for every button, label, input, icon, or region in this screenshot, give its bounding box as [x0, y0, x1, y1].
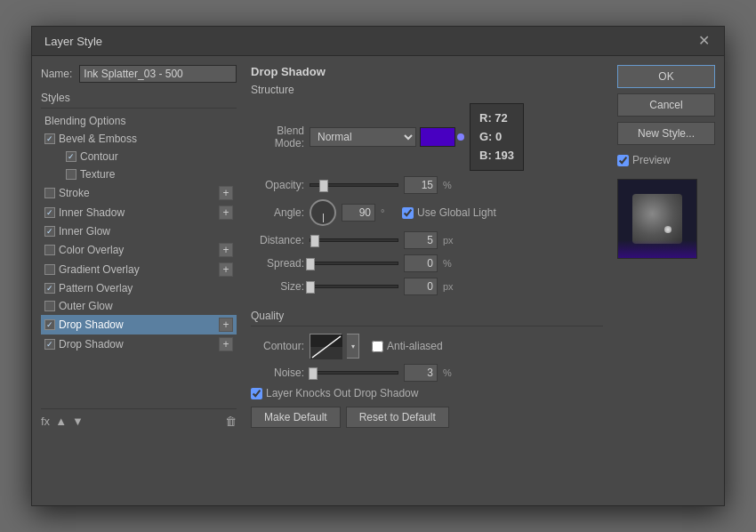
- stroke-add-button[interactable]: +: [219, 186, 233, 200]
- color-swatch[interactable]: [420, 127, 455, 147]
- opacity-slider[interactable]: [310, 183, 398, 187]
- color-indicator: [457, 133, 464, 141]
- title-bar: Layer Style ✕: [32, 27, 724, 56]
- noise-label: Noise:: [251, 367, 304, 379]
- layer-style-dialog: Layer Style ✕ Name: Styles Blending Opti…: [31, 26, 725, 506]
- angle-input[interactable]: [342, 204, 375, 222]
- sidebar-item-pattern-overlay[interactable]: Pattern Overlay: [41, 279, 237, 297]
- sidebar-item-inner-glow[interactable]: Inner Glow: [41, 222, 237, 240]
- texture-label: Texture: [80, 168, 115, 181]
- sidebar-item-contour[interactable]: Contour: [41, 148, 237, 165]
- contour-checkbox[interactable]: [66, 151, 76, 162]
- angle-dial[interactable]: [310, 199, 336, 226]
- distance-unit: px: [443, 235, 459, 246]
- distance-slider[interactable]: [310, 238, 398, 242]
- outer-glow-label: Outer Glow: [59, 300, 113, 312]
- contour-curve-icon: [310, 335, 342, 359]
- spread-slider[interactable]: [310, 262, 398, 265]
- global-light-text: Use Global Light: [417, 206, 496, 219]
- size-input[interactable]: [404, 278, 438, 295]
- color-overlay-checkbox[interactable]: [44, 245, 55, 255]
- blending-options-label: Blending Options: [44, 115, 125, 127]
- noise-input[interactable]: [404, 364, 438, 382]
- dialog-body: Name: Styles Blending Options Bevel & Em…: [32, 56, 724, 442]
- opacity-thumb[interactable]: [319, 180, 328, 192]
- inner-glow-checkbox[interactable]: [44, 226, 55, 237]
- opacity-input[interactable]: [404, 176, 438, 194]
- blend-mode-row: Blend Mode: Normal Multiply Screen Overl…: [251, 103, 603, 171]
- sidebar-item-bevel-emboss[interactable]: Bevel & Emboss: [41, 130, 237, 148]
- stroke-checkbox[interactable]: [44, 188, 55, 198]
- distance-row: Distance: px: [251, 231, 603, 249]
- sidebar-item-drop-shadow-2[interactable]: Drop Shadow +: [41, 335, 237, 354]
- noise-slider[interactable]: [310, 371, 398, 375]
- color-overlay-add-button[interactable]: +: [219, 243, 233, 257]
- drop-shadow-2-add-button[interactable]: +: [219, 337, 233, 351]
- global-light-checkbox[interactable]: [402, 207, 414, 219]
- inner-shadow-label: Inner Shadow: [59, 206, 125, 219]
- inner-glow-label: Inner Glow: [59, 225, 110, 238]
- bevel-emboss-checkbox[interactable]: [44, 133, 55, 144]
- sidebar-item-gradient-overlay[interactable]: Gradient Overlay +: [41, 260, 237, 279]
- anti-aliased-label[interactable]: Anti-aliased: [372, 340, 443, 352]
- outer-glow-checkbox[interactable]: [44, 301, 55, 311]
- preview-checkbox[interactable]: [617, 155, 629, 166]
- drop-shadow-1-add-button[interactable]: +: [219, 318, 233, 332]
- drop-shadow-1-checkbox[interactable]: [44, 319, 55, 330]
- blend-mode-controls: Normal Multiply Screen Overlay Soft Ligh…: [310, 127, 464, 147]
- global-light-label[interactable]: Use Global Light: [402, 206, 496, 219]
- size-slider-container: px: [310, 278, 459, 295]
- anti-aliased-checkbox[interactable]: [372, 341, 383, 352]
- distance-label: Distance:: [251, 234, 304, 246]
- pattern-overlay-checkbox[interactable]: [44, 283, 55, 294]
- drop-shadow-2-checkbox[interactable]: [44, 339, 55, 350]
- spread-input[interactable]: [404, 254, 438, 272]
- cancel-button[interactable]: Cancel: [617, 93, 715, 117]
- size-thumb[interactable]: [306, 281, 315, 294]
- fx-button[interactable]: fx: [41, 415, 50, 428]
- inner-shadow-add-button[interactable]: +: [219, 206, 233, 220]
- size-row: Size: px: [251, 278, 603, 295]
- reset-default-button[interactable]: Reset to Default: [346, 407, 449, 428]
- distance-slider-container: px: [310, 231, 459, 249]
- bevel-emboss-label: Bevel & Emboss: [59, 133, 137, 145]
- distance-thumb[interactable]: [310, 235, 319, 247]
- noise-row: Noise: %: [251, 364, 603, 382]
- color-overlay-label: Color Overlay: [59, 244, 124, 256]
- sidebar-item-blending-options[interactable]: Blending Options: [41, 112, 237, 130]
- size-slider[interactable]: [310, 285, 398, 288]
- blend-mode-select[interactable]: Normal Multiply Screen Overlay Soft Ligh…: [310, 127, 416, 147]
- new-style-button[interactable]: New Style...: [617, 122, 715, 145]
- delete-button[interactable]: 🗑: [225, 415, 237, 428]
- gradient-overlay-checkbox[interactable]: [44, 264, 55, 275]
- noise-thumb[interactable]: [309, 367, 318, 380]
- close-button[interactable]: ✕: [696, 34, 712, 48]
- move-down-button[interactable]: ▼: [72, 415, 84, 428]
- right-panel: OK Cancel New Style... Preview: [617, 65, 715, 433]
- ok-button[interactable]: OK: [617, 65, 715, 88]
- distance-input[interactable]: [404, 231, 438, 249]
- preview-label[interactable]: Preview: [617, 154, 715, 166]
- rgb-r: R: 72: [479, 109, 514, 128]
- make-default-button[interactable]: Make Default: [251, 407, 341, 428]
- sidebar-item-outer-glow[interactable]: Outer Glow: [41, 297, 237, 315]
- layer-knocks-checkbox[interactable]: [251, 388, 262, 399]
- sidebar-item-stroke[interactable]: Stroke +: [41, 183, 237, 203]
- sidebar-item-color-overlay[interactable]: Color Overlay +: [41, 240, 237, 260]
- contour-preview[interactable]: [310, 334, 342, 359]
- sidebar-item-inner-shadow[interactable]: Inner Shadow +: [41, 203, 237, 222]
- inner-shadow-checkbox[interactable]: [44, 207, 55, 218]
- name-input[interactable]: [79, 65, 237, 83]
- spread-thumb[interactable]: [306, 258, 315, 270]
- move-up-button[interactable]: ▲: [55, 415, 67, 428]
- noise-unit: %: [443, 367, 459, 378]
- gradient-overlay-add-button[interactable]: +: [219, 262, 233, 277]
- sidebar-item-drop-shadow-1[interactable]: Drop Shadow +: [41, 315, 237, 335]
- texture-checkbox[interactable]: [66, 169, 76, 180]
- blend-mode-label: Blend Mode:: [251, 125, 304, 149]
- contour-dropdown-button[interactable]: ▾: [347, 334, 359, 359]
- opacity-row: Opacity: %: [251, 176, 603, 194]
- sidebar-item-texture[interactable]: Texture: [41, 165, 237, 183]
- dialog-title: Layer Style: [44, 35, 102, 48]
- subsection-title: Structure: [251, 84, 603, 96]
